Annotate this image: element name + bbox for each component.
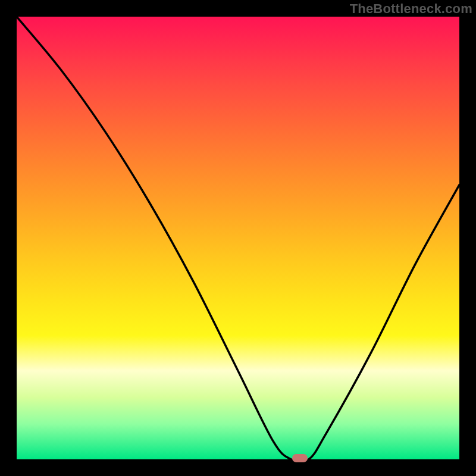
plot-area bbox=[17, 17, 459, 459]
curve-path bbox=[17, 17, 459, 459]
watermark-text: TheBottleneck.com bbox=[350, 1, 472, 17]
bottleneck-curve bbox=[17, 17, 459, 459]
optimum-marker bbox=[292, 454, 308, 462]
chart-container: TheBottleneck.com bbox=[0, 0, 476, 476]
